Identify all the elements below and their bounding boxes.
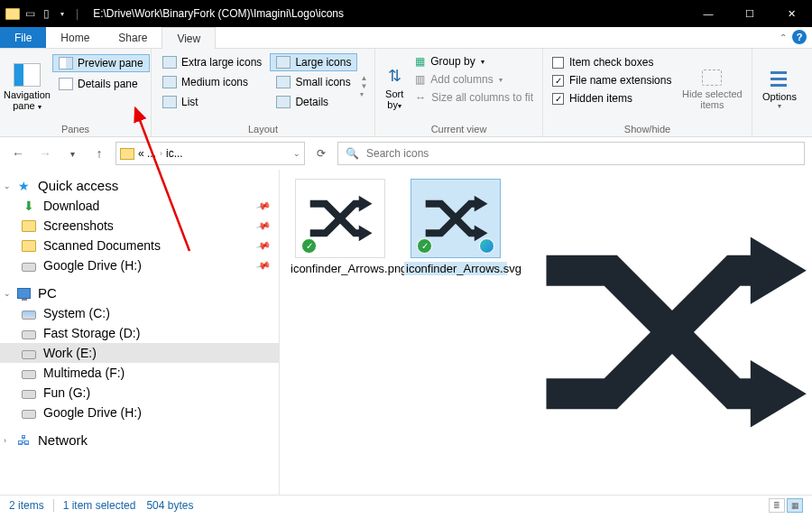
nav-item[interactable]: Fun (G:) [0,383,279,403]
pin-icon: 📌 [255,237,272,254]
nav-item[interactable]: Fast Storage (D:) [0,323,279,343]
item-check-boxes-toggle[interactable]: Item check boxes [549,54,675,70]
tab-share[interactable]: Share [104,27,161,48]
preview-pane-icon [59,57,73,70]
search-placeholder: Search icons [366,147,429,160]
folder-icon [22,218,36,233]
help-icon[interactable]: ? [792,30,807,44]
status-item-count: 2 items [9,499,44,512]
minimize-button[interactable]: — [687,0,729,27]
navigation-pane-button[interactable]: Navigation pane ▾ [4,51,51,122]
qat-dropdown-icon[interactable]: ▾ [56,7,69,20]
thumbnails-view-icon[interactable]: ▦ [787,498,803,513]
layout-large[interactable]: Large icons [270,53,357,71]
nav-item[interactable]: Google Drive (H:)📌 [0,255,279,275]
expand-icon[interactable]: ⌄ [4,181,11,190]
group-label-layout: Layout [155,122,371,136]
maximize-button[interactable]: ☐ [729,0,770,27]
breadcrumb-overflow[interactable]: « ... [138,147,156,160]
hide-selected-button[interactable]: Hide selected items [677,51,747,122]
layout-expand-icon[interactable]: ▾ [360,90,367,98]
up-button[interactable]: ↑ [88,143,110,164]
expand-icon[interactable]: › [4,436,6,445]
status-selected-count: 1 item selected [63,499,136,512]
nav-item[interactable]: Scanned Documents📌 [0,236,279,255]
drive-icon [22,258,36,273]
sort-by-button[interactable]: ⇅ Sort by▾ [379,51,410,122]
preview-image [532,192,812,472]
pin-icon: 📌 [255,257,272,273]
details-pane-button[interactable]: Details pane [52,75,150,93]
file-name: iconfinder_Arrows.png [289,262,392,275]
collapse-ribbon-icon[interactable]: ⌃ [780,32,787,42]
nav-item[interactable]: System (C:) [0,303,279,323]
size-columns-button[interactable]: ↔Size all columns to fit [411,89,537,106]
layout-details[interactable]: Details [270,93,357,111]
details-view-icon[interactable]: ≣ [769,498,785,513]
file-list[interactable]: ✓iconfinder_Arrows.png ✓iconfinder_Arrow… [280,170,532,495]
preview-pane-label: Preview pane [78,57,143,70]
refresh-button[interactable]: ⟳ [310,147,332,160]
qat-button[interactable]: ▯ [40,7,52,20]
nav-quick-access[interactable]: ⌄ ★ Quick access [0,175,279,196]
nav-item[interactable]: Google Drive (H:) [0,403,279,422]
layout-list[interactable]: List [156,93,268,111]
layout-extra-large[interactable]: Extra large icons [156,53,268,71]
quick-access-icon: ★ [16,179,31,193]
navigation-tree[interactable]: ⌄ ★ Quick access ⬇Download📌Screenshots📌S… [0,170,280,495]
hidden-items-toggle[interactable]: ✓Hidden items [549,90,675,107]
drive-icon [22,346,36,360]
add-columns-button[interactable]: ▥Add columns ▾ [411,71,537,88]
navigation-pane-label: Navigation pane [4,89,51,111]
nav-item[interactable]: ⬇Download📌 [0,196,279,216]
drive-icon [22,366,36,380]
details-pane-label: Details pane [78,78,138,90]
group-label-panes: Panes [4,122,147,136]
folder-icon [22,238,36,253]
preview-pane-button[interactable]: Preview pane [52,54,150,72]
nav-item[interactable]: Multimeda (F:) [0,363,279,383]
layout-scroll-up-icon[interactable]: ▲ [360,74,367,82]
nav-network[interactable]: › 🖧 Network [0,430,279,450]
tab-home[interactable]: Home [46,27,104,48]
group-label-current-view: Current view [379,122,539,136]
sync-badge-icon: ✓ [417,238,432,254]
window-title: E:\Drive\Work\BinaryFork (COM)\Imagini\L… [88,7,687,20]
address-bar[interactable]: « ... › ic... ⌄ [115,142,305,165]
file-thumbnail: ✓ [295,179,385,258]
drive-icon [22,405,36,420]
breadcrumb-current[interactable]: ic... [166,147,183,160]
layout-scroll-down-icon[interactable]: ▼ [360,82,367,90]
title-bar: ▭ ▯ ▾ | E:\Drive\Work\BinaryFork (COM)\I… [0,0,812,27]
drive-icon [22,306,36,320]
nav-pc[interactable]: ⌄ PC [0,283,279,303]
expand-icon[interactable]: ⌄ [4,289,11,298]
forward-button[interactable]: → [34,143,56,164]
sort-icon: ⇅ [388,66,401,86]
options-icon [770,70,789,88]
recent-locations-button[interactable]: ▾ [61,143,83,164]
hide-icon [702,70,722,86]
preview-pane [532,170,812,495]
file-name-extensions-toggle[interactable]: ✓File name extensions [549,72,675,88]
nav-item[interactable]: Screenshots📌 [0,216,279,236]
qat-button[interactable]: ▭ [23,7,36,20]
file-name: iconfinder_Arrows.svg [404,262,507,275]
layout-medium[interactable]: Medium icons [156,73,268,91]
pc-icon [17,288,31,299]
search-input[interactable]: 🔍 Search icons [337,142,805,165]
layout-small[interactable]: Small icons [270,73,357,91]
status-bar: 2 items 1 item selected 504 bytes ≣ ▦ [0,495,812,514]
close-button[interactable]: ✕ [770,0,812,27]
nav-item[interactable]: Work (E:) [0,343,279,363]
file-thumbnail: ✓ [411,179,501,258]
file-menu[interactable]: File [0,27,46,48]
file-item[interactable]: ✓iconfinder_Arrows.png [289,179,392,275]
options-button[interactable]: Options ▾ [756,51,803,122]
group-by-button[interactable]: ▦Group by ▾ [411,53,537,70]
back-button[interactable]: ← [7,143,29,164]
file-item[interactable]: ✓iconfinder_Arrows.svg [404,179,507,275]
status-size: 504 bytes [146,499,193,512]
address-row: ← → ▾ ↑ « ... › ic... ⌄ ⟳ 🔍 Search icons [0,137,812,170]
tab-view[interactable]: View [161,27,216,49]
